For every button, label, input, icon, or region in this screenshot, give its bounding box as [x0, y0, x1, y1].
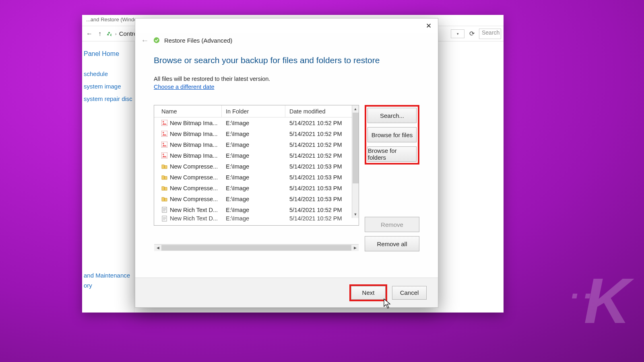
sidebar-link-maintenance[interactable]: and Maintenance: [84, 272, 132, 279]
svg-rect-9: [164, 165, 165, 169]
bg-sidebar: Panel Home schedule system image system …: [82, 41, 134, 313]
choose-date-link[interactable]: Choose a different date: [154, 84, 214, 90]
close-icon: ✕: [426, 22, 431, 30]
file-folder: E:\Image: [222, 152, 285, 159]
file-folder: E:\Image: [222, 142, 285, 148]
file-icon: [161, 163, 167, 169]
close-button[interactable]: ✕: [419, 19, 438, 32]
sidebar-link-ory[interactable]: ory: [84, 282, 132, 289]
list-row[interactable]: New Rich Text D...E:\Image5/14/2021 10:5…: [154, 204, 359, 215]
file-name: New Compresse...: [170, 185, 218, 191]
svg-point-6: [163, 143, 164, 144]
list-header[interactable]: Name In Folder Date modified: [154, 105, 359, 117]
remove-button: Remove: [365, 217, 419, 232]
refresh-icon[interactable]: ⟳: [467, 29, 477, 39]
file-folder: E:\Image: [222, 207, 285, 213]
svg-rect-12: [164, 198, 165, 201]
path-dropdown[interactable]: ▾: [451, 29, 464, 38]
nav-up-icon[interactable]: ↑: [97, 30, 103, 37]
file-folder: E:\Image: [222, 196, 285, 202]
browse-files-button[interactable]: Browse for files: [367, 127, 417, 142]
file-icon: [161, 131, 167, 137]
file-icon: [161, 174, 167, 180]
file-icon: [161, 152, 167, 158]
svg-rect-5: [161, 142, 167, 148]
svg-rect-7: [161, 152, 167, 158]
file-icon: [161, 142, 167, 148]
nav-back-icon[interactable]: ←: [85, 30, 94, 37]
file-folder: E:\Image: [222, 163, 285, 170]
list-row[interactable]: New Compresse...E:\Image5/14/2021 10:53 …: [154, 161, 359, 172]
file-name: New Rich Text D...: [170, 207, 218, 213]
file-date: 5/14/2021 10:52 PM: [285, 152, 359, 159]
watermark-logo: ··K: [570, 264, 628, 338]
restore-icon: [153, 37, 160, 44]
file-date: 5/14/2021 10:53 PM: [285, 196, 359, 202]
sidebar-link-system-image[interactable]: system image: [84, 83, 132, 90]
back-arrow-icon[interactable]: ←: [141, 36, 149, 45]
list-row[interactable]: New Rich Text D...E:\Image5/14/2021 10:5…: [154, 215, 359, 222]
file-name: New Compresse...: [170, 163, 218, 170]
scroll-down-icon[interactable]: ▼: [352, 211, 359, 218]
restore-files-dialog: ✕ ← Restore Files (Advanced) Browse or s…: [135, 18, 438, 308]
scroll-left-icon[interactable]: ◀: [154, 245, 161, 251]
vertical-scrollbar[interactable]: ▲ ▼: [352, 105, 359, 218]
file-icon: [161, 185, 167, 191]
file-folder: E:\Image: [222, 131, 285, 137]
horizontal-scrollbar[interactable]: ◀ ▶: [154, 244, 359, 251]
remove-all-button[interactable]: Remove all: [365, 236, 419, 251]
recycle-icon: [105, 30, 113, 37]
file-icon: [161, 120, 167, 126]
svg-rect-11: [164, 187, 165, 190]
file-name: New Bitmap Ima...: [170, 120, 217, 126]
dialog-heading: Browse or search your backup for files a…: [154, 56, 419, 65]
list-row[interactable]: New Compresse...E:\Image5/14/2021 10:53 …: [154, 172, 359, 183]
col-name[interactable]: Name: [154, 105, 222, 117]
list-row[interactable]: New Compresse...E:\Image5/14/2021 10:53 …: [154, 183, 359, 193]
file-name: New Bitmap Ima...: [170, 142, 217, 148]
chevron-right-icon: ›: [115, 31, 117, 36]
file-date: 5/14/2021 10:52 PM: [285, 142, 359, 148]
file-folder: E:\Image: [222, 174, 285, 181]
file-name: New Bitmap Ima...: [170, 152, 217, 159]
highlighted-button-group: Search... Browse for files Browse for fo…: [365, 105, 419, 165]
file-name: New Bitmap Ima...: [170, 131, 217, 137]
hscroll-thumb[interactable]: [161, 245, 351, 251]
cancel-button[interactable]: Cancel: [392, 286, 427, 300]
list-row[interactable]: New Bitmap Ima...E:\Image5/14/2021 10:52…: [154, 150, 359, 161]
dialog-subtext: All files will be restored to their late…: [154, 76, 419, 82]
file-folder: E:\Image: [222, 120, 285, 126]
file-folder: E:\Image: [222, 185, 285, 191]
file-date: 5/14/2021 10:52 PM: [285, 207, 359, 213]
svg-rect-3: [161, 131, 167, 137]
file-name: New Compresse...: [170, 196, 218, 202]
search-button[interactable]: Search...: [367, 108, 417, 123]
next-button[interactable]: Next: [351, 286, 386, 300]
list-row[interactable]: New Bitmap Ima...E:\Image5/14/2021 10:52…: [154, 128, 359, 139]
sidebar-link-repair-disc[interactable]: system repair disc: [84, 95, 132, 102]
svg-rect-1: [161, 120, 167, 126]
browse-folders-button[interactable]: Browse for folders: [367, 146, 417, 162]
file-date: 5/14/2021 10:52 PM: [285, 131, 359, 137]
svg-point-0: [154, 37, 159, 43]
svg-rect-10: [164, 176, 165, 179]
file-name: New Compresse...: [170, 174, 218, 181]
dialog-footer: Next Cancel: [135, 278, 438, 307]
file-icon: [161, 196, 167, 202]
scroll-right-icon[interactable]: ▶: [351, 245, 359, 251]
scroll-thumb[interactable]: [353, 113, 359, 183]
list-row[interactable]: New Compresse...E:\Image5/14/2021 10:53 …: [154, 193, 359, 204]
panel-home-link[interactable]: Panel Home: [84, 50, 132, 58]
file-date: 5/14/2021 10:53 PM: [285, 174, 359, 181]
list-row[interactable]: New Bitmap Ima...E:\Image5/14/2021 10:52…: [154, 139, 359, 150]
file-icon: [161, 207, 167, 213]
col-folder[interactable]: In Folder: [222, 105, 285, 117]
scroll-up-icon[interactable]: ▲: [352, 105, 359, 113]
bg-search-input[interactable]: Search: [479, 29, 501, 39]
sidebar-link-schedule[interactable]: schedule: [84, 70, 132, 77]
svg-point-2: [163, 121, 164, 123]
file-list[interactable]: Name In Folder Date modified New Bitmap …: [154, 105, 359, 226]
col-date[interactable]: Date modified: [285, 105, 359, 117]
list-row[interactable]: New Bitmap Ima...E:\Image5/14/2021 10:52…: [154, 117, 359, 128]
dialog-title: Restore Files (Advanced): [164, 37, 232, 44]
